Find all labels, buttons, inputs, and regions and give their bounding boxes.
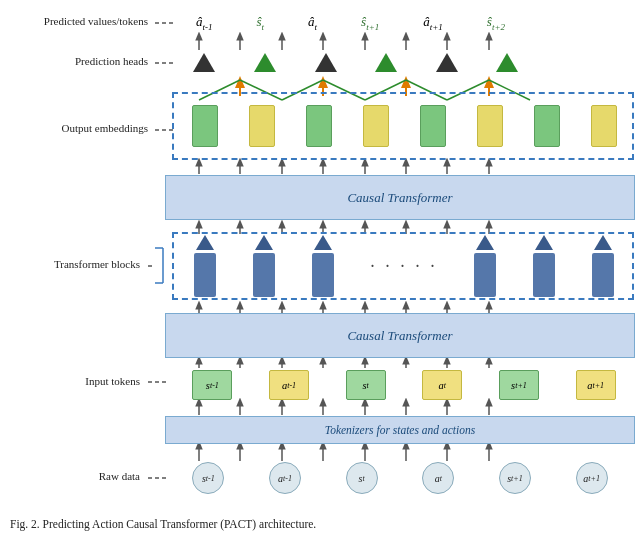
pred-a-tplus1: ât+1 bbox=[423, 14, 443, 32]
input-s-tplus1: st+1 bbox=[499, 370, 539, 400]
output-embeddings-row bbox=[176, 97, 632, 155]
pred-a-tminus1: ât-1 bbox=[196, 14, 213, 32]
prediction-heads-row bbox=[174, 49, 635, 75]
label-output-embeddings: Output embeddings bbox=[0, 122, 148, 134]
caption: Fig. 2. Predicting Action Causal Transfo… bbox=[10, 518, 630, 530]
embed-green-4 bbox=[534, 105, 560, 147]
causal-transformer-top-label: Causal Transformer bbox=[347, 190, 452, 206]
trans-tri-6 bbox=[594, 235, 612, 250]
pred-head-black-3 bbox=[436, 53, 458, 72]
label-predicted-values: Predicted values/tokens bbox=[0, 15, 148, 27]
input-s-t: st bbox=[346, 370, 386, 400]
tokenizers-bar: Tokenizers for states and actions bbox=[165, 416, 635, 444]
input-s-tminus1: st-1 bbox=[192, 370, 232, 400]
embed-yellow-4 bbox=[591, 105, 617, 147]
trans-block-4 bbox=[474, 253, 496, 297]
embed-green-3 bbox=[420, 105, 446, 147]
causal-transformer-bottom: Causal Transformer bbox=[165, 313, 635, 358]
pred-head-black-2 bbox=[315, 53, 337, 72]
pred-a-t: ât bbox=[308, 14, 317, 32]
label-prediction-heads: Prediction heads bbox=[0, 55, 148, 67]
input-tokens-row: st-1 at-1 st at st+1 at+1 bbox=[174, 365, 634, 405]
pred-s-t: ŝt bbox=[257, 14, 265, 32]
trans-tri-4 bbox=[476, 235, 494, 250]
label-transformer-blocks: Transformer blocks bbox=[0, 258, 140, 270]
raw-a-tminus1: at-1 bbox=[269, 462, 301, 494]
raw-s-tplus1: st+1 bbox=[499, 462, 531, 494]
trans-tri-3 bbox=[314, 235, 332, 250]
pred-s-tplus2: ŝt+2 bbox=[487, 14, 505, 32]
raw-s-tminus1: st-1 bbox=[192, 462, 224, 494]
embed-green-2 bbox=[306, 105, 332, 147]
trans-block-2 bbox=[253, 253, 275, 297]
tokenizers-label: Tokenizers for states and actions bbox=[325, 424, 475, 436]
label-input-tokens: Input tokens bbox=[0, 375, 140, 387]
pred-head-green-2 bbox=[375, 53, 397, 72]
dots: · · · · · bbox=[370, 256, 438, 277]
trans-tri-5 bbox=[535, 235, 553, 250]
raw-a-tplus1: at+1 bbox=[576, 462, 608, 494]
pred-head-black-1 bbox=[193, 53, 215, 72]
pred-head-green-3 bbox=[496, 53, 518, 72]
embed-green-1 bbox=[192, 105, 218, 147]
pred-s-tplus1: ŝt+1 bbox=[361, 14, 379, 32]
trans-block-3 bbox=[312, 253, 334, 297]
trans-block-1 bbox=[194, 253, 216, 297]
embed-yellow-1 bbox=[249, 105, 275, 147]
causal-transformer-top: Causal Transformer bbox=[165, 175, 635, 220]
predicted-values-row: ât-1 ŝt ât ŝt+1 ât+1 ŝt+2 bbox=[174, 10, 635, 36]
diagram-container: Predicted values/tokens Prediction heads… bbox=[0, 0, 640, 510]
embed-yellow-3 bbox=[477, 105, 503, 147]
trans-tri-1 bbox=[196, 235, 214, 250]
trans-block-5 bbox=[533, 253, 555, 297]
pred-head-green-1 bbox=[254, 53, 276, 72]
trans-block-6 bbox=[592, 253, 614, 297]
trans-tri-2 bbox=[255, 235, 273, 250]
input-a-tplus1: at+1 bbox=[576, 370, 616, 400]
transformer-blocks-row: · · · · · bbox=[176, 236, 632, 296]
raw-s-t: st bbox=[346, 462, 378, 494]
input-a-t: at bbox=[422, 370, 462, 400]
raw-data-row: st-1 at-1 st at st+1 at+1 bbox=[170, 462, 630, 494]
input-a-tminus1: at-1 bbox=[269, 370, 309, 400]
embed-yellow-2 bbox=[363, 105, 389, 147]
label-raw-data: Raw data bbox=[0, 470, 140, 482]
causal-transformer-bottom-label: Causal Transformer bbox=[347, 328, 452, 344]
raw-a-t: at bbox=[422, 462, 454, 494]
